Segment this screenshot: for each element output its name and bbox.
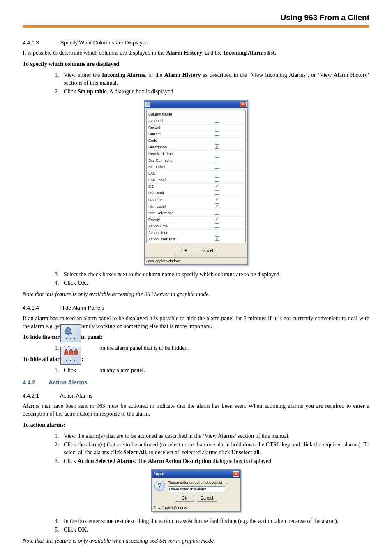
checkbox-cell (215, 171, 244, 177)
column-header-name: Column Name (148, 112, 215, 117)
column-setup-dialog: × Column Name ActionedRecordCurrentCodeD… (144, 100, 248, 266)
table-row: Item Label (147, 203, 245, 210)
heading-4-4-1-3: 4.4.1.3 Specify What Columns are Display… (23, 39, 369, 46)
heading-text: Action Alarms (60, 393, 92, 399)
column-visibility-checkbox[interactable] (215, 204, 219, 208)
table-row: OS Label (147, 190, 245, 197)
list-item: View either the Incoming Alarms, or the … (60, 72, 369, 87)
column-visibility-checkbox[interactable] (215, 157, 219, 162)
checkbox-cell (215, 177, 244, 183)
text-bold: Select All (123, 449, 146, 456)
action-description-input[interactable] (168, 486, 225, 492)
text: Click (64, 458, 78, 464)
procedure-list-continued: In the box enter some text describing th… (23, 518, 369, 534)
question-icon: ? (154, 481, 165, 491)
svg-point-0 (67, 334, 69, 335)
column-visibility-checkbox[interactable] (215, 144, 219, 149)
text: . (275, 50, 277, 56)
column-visibility-checkbox[interactable] (215, 210, 219, 215)
checkbox-cell (215, 217, 244, 223)
text-bold: Action Selected Alarms (78, 458, 135, 464)
checkbox-cell (215, 197, 244, 203)
dialog-buttons: OK Cancel (145, 245, 247, 258)
column-visibility-checkbox[interactable] (215, 236, 219, 241)
cancel-button[interactable]: Cancel (197, 247, 217, 254)
table-row: Action User Text (147, 236, 245, 243)
column-visibility-checkbox[interactable] (215, 171, 219, 175)
procedure-lead: To action alarms: (23, 421, 369, 429)
checkbox-cell (215, 230, 244, 236)
column-name-cell: Record (148, 125, 215, 130)
note-paragraph: Note that this feature is only available… (23, 537, 369, 545)
table-row: Received Time (147, 150, 245, 157)
dialog-body: ? Please enter an action description ...… (152, 478, 240, 504)
status-bar: Java Applet Window (152, 504, 240, 511)
text-bold: OK (78, 527, 87, 533)
column-visibility-checkbox[interactable] (215, 223, 219, 228)
table-row: OS (147, 183, 245, 190)
table-row: Action Time (147, 223, 245, 229)
procedure-list: View the alarm(s) that are to be actione… (23, 432, 369, 465)
column-name-cell: Item Reference (148, 210, 215, 216)
column-visibility-checkbox[interactable] (215, 190, 219, 195)
column-visibility-checkbox[interactable] (215, 151, 219, 155)
text: It is possible to determine which column… (23, 50, 166, 56)
text-bold: Alarm History (164, 72, 201, 78)
column-name-cell: Action Time (148, 224, 215, 229)
close-icon[interactable]: × (240, 102, 247, 107)
close-icon[interactable]: × (233, 471, 239, 477)
column-visibility-checkbox[interactable] (215, 177, 219, 182)
checkbox-cell (215, 210, 244, 216)
text: Click (64, 88, 78, 95)
cancel-button[interactable]: Cancel (197, 495, 217, 502)
text: . The (135, 458, 148, 464)
text: on any alarm panel. (99, 367, 145, 373)
app-icon (145, 102, 150, 107)
text-bold: OK (78, 280, 87, 286)
text-bold: Incoming Alarms list (223, 50, 274, 56)
column-visibility-checkbox[interactable] (215, 184, 219, 188)
text: . A dialogue box is displayed. (107, 88, 175, 95)
header-divider (23, 25, 369, 28)
hide-all-alarms-icon[interactable]: • • • (60, 347, 81, 365)
table-row: Description (147, 144, 245, 150)
column-name-cell: Priority (148, 217, 215, 222)
ok-button[interactable]: OK (175, 495, 194, 502)
text: , or the (145, 72, 164, 78)
hide-single-alarm-icon[interactable]: • • • (60, 324, 81, 342)
text-bold: Alarm Action Description (148, 458, 211, 464)
checkbox-cell (215, 236, 244, 243)
checkbox-cell (215, 204, 244, 210)
table-row: Code (147, 137, 245, 144)
column-visibility-checkbox[interactable] (215, 164, 219, 169)
column-visibility-checkbox[interactable] (215, 131, 219, 136)
procedure-list: View either the Incoming Alarms, or the … (23, 72, 369, 96)
heading-text: Hide Alarm Panels (60, 305, 104, 311)
column-name-cell: Code (148, 138, 215, 143)
heading-4-4-1-4: 4.4.1.4 Hide Alarm Panels (23, 304, 369, 312)
procedure-list: • • • Click on any alarm panel. (23, 349, 369, 375)
column-visibility-checkbox[interactable] (215, 138, 219, 142)
list-item: View the alarm(s) that are to be actione… (60, 432, 369, 440)
status-bar: Java Applet Window (145, 257, 247, 264)
text: . (260, 449, 261, 456)
dialog-titlebar: × (145, 101, 247, 108)
list-item: Select the check boxes next to the colum… (60, 271, 369, 279)
column-name-cell: OS Time (148, 197, 215, 203)
column-name-cell: Site Label (148, 164, 215, 170)
column-name-cell: Actioned (148, 118, 215, 124)
dialog-titlebar: Input × (152, 470, 240, 478)
column-visibility-checkbox[interactable] (215, 125, 219, 129)
column-visibility-checkbox[interactable] (215, 118, 219, 123)
text-bold: Unselect all (231, 449, 260, 456)
table-row: Item Reference (147, 210, 245, 216)
column-name-cell: OS Label (148, 191, 215, 196)
column-name-cell: Item Label (148, 204, 215, 209)
column-visibility-checkbox[interactable] (215, 217, 219, 221)
column-visibility-checkbox[interactable] (215, 197, 219, 201)
column-visibility-checkbox[interactable] (215, 230, 219, 234)
ok-button[interactable]: OK (175, 247, 194, 254)
column-name-cell: Current (148, 132, 215, 137)
text: View either the (64, 72, 102, 78)
checkbox-cell (215, 190, 244, 197)
